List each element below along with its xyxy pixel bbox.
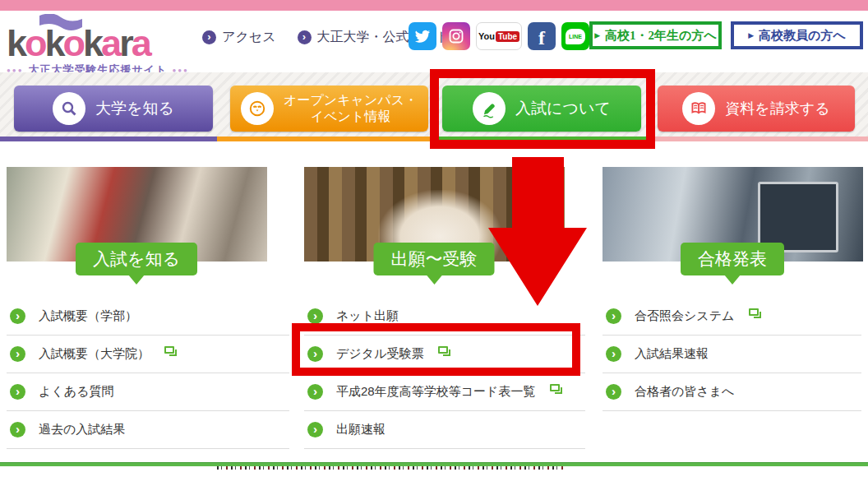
- list-item-label: 平成28年度高等学校等コード表一覧: [336, 384, 535, 400]
- list-item[interactable]: › 平成28年度高等学校等コード表一覧: [304, 373, 585, 411]
- tab-label: 資料を請求する: [725, 99, 829, 118]
- line-icon[interactable]: LINE: [561, 22, 589, 50]
- list-item-label: 入試概要（学部）: [39, 308, 137, 324]
- list-item[interactable]: › 入試概要（学部）: [7, 298, 289, 336]
- flag-icon: [36, 14, 84, 34]
- list-item[interactable]: › よくある質問: [7, 373, 289, 411]
- triangle-bullet-icon: ▶: [594, 31, 600, 39]
- youtube-icon[interactable]: You Tube: [476, 22, 522, 50]
- facebook-f-letter: f: [538, 27, 545, 49]
- chevron-circle-icon: ›: [10, 422, 25, 437]
- annotation-arrow-down-icon: [488, 157, 587, 306]
- tab-open-campus[interactable]: オープンキャンパス・ イベント情報: [230, 86, 428, 132]
- section-badge-apply-exam: 出願〜受験: [374, 243, 495, 275]
- list-item[interactable]: › 合格者の皆さまへ: [603, 373, 861, 411]
- top-accent-bar: [0, 0, 868, 11]
- tab-underline-pink: [651, 137, 868, 141]
- annotation-box-admissions-tab: [430, 69, 655, 149]
- list-item[interactable]: › 合否照会システム: [603, 298, 861, 336]
- chevron-circle-icon: ›: [10, 384, 25, 400]
- list-item-label: 出願速報: [336, 422, 386, 437]
- list-item[interactable]: › 過去の入試結果: [7, 411, 289, 449]
- page: kokokara ●●● 大正大学受験生応援サイト ●●● › アクセス › 大…: [0, 0, 868, 486]
- social-icons: You Tube f LINE: [409, 22, 589, 50]
- magnifier-icon: [53, 92, 85, 125]
- highschool-1-2-label: 高校1・2年生の方へ: [605, 28, 717, 44]
- youtube-you-text: You: [478, 31, 495, 41]
- chevron-circle-icon: ›: [307, 384, 323, 400]
- book-icon: [682, 92, 715, 125]
- tab-label: オープンキャンパス・ イベント情報: [284, 92, 418, 125]
- tab-request-materials[interactable]: 資料を請求する: [658, 86, 855, 132]
- line-label: LINE: [569, 34, 582, 39]
- tab-underline-orange: [217, 137, 434, 141]
- annotation-box-digital-ticket: [292, 323, 580, 376]
- list-item-label: よくある質問: [39, 384, 113, 400]
- tab-label: 大学を知る: [95, 98, 174, 119]
- tab-know-university[interactable]: 大学を知る: [14, 86, 213, 132]
- list-item[interactable]: › 出願速報: [304, 411, 585, 449]
- external-window-icon: [749, 308, 759, 316]
- link-list-know-exams: › 入試概要（学部） › 入試概要（大学院） › よくある質問 › 過去の入試結…: [7, 298, 289, 449]
- access-link[interactable]: › アクセス: [202, 29, 276, 46]
- section-badge-know-exams: 入試を知る: [76, 243, 197, 275]
- list-item-label: 合格者の皆さまへ: [635, 384, 734, 400]
- list-item-label: ネット出願: [336, 308, 399, 324]
- chevron-circle-icon: ›: [10, 346, 25, 362]
- section-badge-results: 合格発表: [681, 243, 784, 275]
- logo-wordmark: kokokara: [7, 15, 196, 62]
- chevron-circle-icon: ›: [307, 308, 323, 324]
- list-item-label: 入試結果速報: [635, 346, 709, 362]
- highschool-1-2-button[interactable]: ▶ 高校1・2年生の方へ: [589, 21, 722, 49]
- chick-icon: [241, 92, 274, 125]
- chevron-circle-icon: ›: [10, 308, 25, 324]
- site-logo[interactable]: kokokara ●●● 大正大学受験生応援サイト ●●●: [7, 15, 196, 77]
- youtube-tube-text: Tube: [496, 31, 519, 42]
- site-header: kokokara ●●● 大正大学受験生応援サイト ●●● › アクセス › 大…: [0, 11, 868, 72]
- chevron-circle-icon: ›: [307, 422, 323, 437]
- chevron-circle-icon: ›: [606, 346, 621, 362]
- footer-clipped-text: [217, 466, 566, 470]
- access-link-label: アクセス: [222, 29, 276, 46]
- list-item[interactable]: › 入試結果速報: [603, 336, 861, 373]
- line-bubble-shape: LINE: [566, 29, 585, 44]
- list-item-label: 過去の入試結果: [39, 422, 125, 437]
- chevron-circle-icon: ›: [298, 30, 312, 44]
- chevron-circle-icon: ›: [606, 384, 621, 400]
- twitter-icon[interactable]: [409, 22, 436, 50]
- external-window-icon: [164, 346, 174, 354]
- link-list-results: › 合否照会システム › 入試結果速報 › 合格者の皆さまへ: [603, 298, 861, 411]
- chevron-circle-icon: ›: [202, 30, 216, 44]
- facebook-icon[interactable]: f: [528, 22, 556, 50]
- external-window-icon: [550, 384, 560, 391]
- tab-underline-purple: [0, 137, 217, 141]
- teacher-label: 高校教員の方へ: [759, 28, 846, 44]
- list-item-label: 入試概要（大学院）: [39, 346, 150, 362]
- list-item-label: 合否照会システム: [635, 308, 734, 324]
- chevron-circle-icon: ›: [606, 308, 621, 324]
- list-item[interactable]: › 入試概要（大学院）: [7, 336, 289, 373]
- instagram-icon[interactable]: [442, 22, 470, 50]
- triangle-bullet-icon: ▶: [748, 31, 754, 39]
- teacher-button[interactable]: ▶ 高校教員の方へ: [731, 21, 863, 49]
